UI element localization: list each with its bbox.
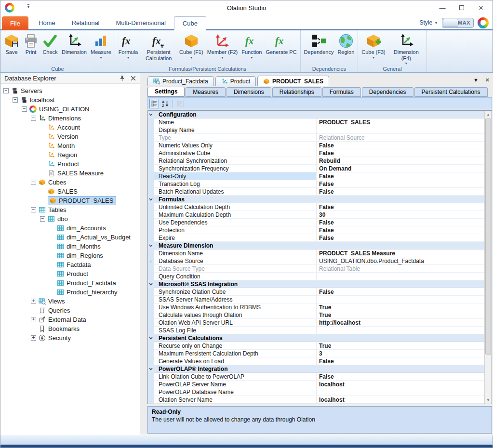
collapse-chevron-icon[interactable] [148, 242, 154, 250]
property-row-powerolap-database-name[interactable]: PowerOLAP Database Name [148, 388, 484, 396]
tree-item-dimensions[interactable]: − Dimensions [0, 114, 140, 123]
property-row-powerolap-server-name[interactable]: PowerOLAP Server Namelocalhost [148, 381, 484, 388]
ribbon-measure-button[interactable]: Measure▼ [89, 32, 113, 60]
property-row-batch-relational-updates[interactable]: Batch Relational UpdatesFalse [148, 188, 484, 196]
tree-item-product-factdata[interactable]: Product_Factdata [0, 278, 140, 288]
property-row-synchronization-frequency[interactable]: Synchronization FrequencyOn Demand [148, 165, 484, 172]
tree-item-sales-measure[interactable]: SALES Measure [0, 169, 140, 178]
property-value[interactable]: localhost [317, 396, 484, 404]
tree-item-dbo[interactable]: − dbo [0, 214, 140, 224]
property-name[interactable]: Use Dependencies [154, 219, 317, 226]
tab-relationships[interactable]: Relationships [272, 87, 321, 97]
ribbon-tab-home[interactable]: Home [30, 16, 64, 30]
category-row-measure-dimension[interactable]: Measure Dimension [148, 242, 484, 250]
property-row-transaction-log[interactable]: Transaction LogFalse [148, 180, 484, 188]
property-name[interactable]: PowerOLAP Database Name [154, 388, 317, 396]
property-value[interactable]: False [317, 226, 484, 234]
property-value[interactable]: False [317, 188, 484, 196]
property-value[interactable]: False [317, 172, 484, 180]
property-value[interactable] [317, 296, 484, 303]
property-name[interactable]: Name [154, 119, 317, 126]
property-value[interactable] [317, 388, 484, 396]
property-value[interactable]: Relational Source [317, 134, 484, 142]
property-name[interactable]: Use Windows Authentication to RDBMS [154, 303, 317, 311]
minimize-button[interactable]: — [433, 0, 452, 15]
collapse-icon[interactable]: − [22, 106, 27, 112]
tree-item-bookmarks[interactable]: Bookmarks [0, 324, 140, 333]
property-value[interactable] [317, 327, 484, 334]
ribbon-check-button[interactable]: Check [40, 32, 60, 56]
tab-formulas[interactable]: Formulas [322, 87, 361, 97]
property-value[interactable]: Rebuild [317, 157, 484, 165]
property-name[interactable]: Administrative Cube [154, 149, 317, 157]
collapse-icon[interactable]: − [31, 207, 36, 212]
property-name[interactable]: Query Condition [154, 273, 317, 280]
property-name[interactable]: Relational Synchronization [154, 157, 317, 165]
ribbon-member-f2-button[interactable]: Member (F2)▼ [205, 32, 240, 60]
tree-item-tables[interactable]: − Tables [0, 205, 140, 214]
tree-item-servers[interactable]: − Servers [0, 86, 140, 95]
property-value[interactable]: False [317, 234, 484, 242]
property-name[interactable]: Maximum Persistent Calculation Depth [154, 350, 317, 357]
property-value[interactable]: USING_OLATION.dbo.Product_Factdata [317, 257, 484, 265]
tab-persistent-calculations[interactable]: Persistent Calculations [414, 87, 488, 97]
expand-icon[interactable]: + [31, 317, 36, 322]
alphabetical-button[interactable]: A Z [160, 99, 170, 108]
property-name[interactable]: Dimension Name [154, 250, 317, 257]
property-name[interactable]: Protection [154, 226, 317, 234]
property-value[interactable]: localhost [317, 381, 484, 388]
property-value[interactable] [317, 273, 484, 280]
ribbon-cube-f3-button[interactable]: Cube (F3)▼ [360, 32, 387, 60]
ribbon-dependency-button[interactable]: Dependency [302, 32, 336, 56]
ribbon-tab-cube[interactable]: Cube [174, 16, 206, 30]
property-name[interactable]: Maximum Calculation Depth [154, 211, 317, 219]
collapse-icon[interactable]: − [31, 180, 36, 185]
property-name[interactable]: Numeric Values Only [154, 142, 317, 149]
tree-item-sales[interactable]: SALES [0, 187, 140, 196]
scrollbar-thumb[interactable] [485, 119, 491, 355]
property-row-name[interactable]: NamePRODUCT_SALES [148, 119, 484, 126]
expand-icon[interactable]: + [31, 299, 36, 304]
style-dropdown[interactable]: Style ▼ [419, 19, 438, 26]
property-row-olation-server-name[interactable]: Olation Server Namelocalhost [148, 396, 484, 404]
tree-item-external-data[interactable]: + External Data [0, 315, 140, 324]
property-name[interactable]: PowerOLAP Server Name [154, 381, 317, 388]
tree-item-region[interactable]: Region [0, 150, 140, 159]
property-row-data-source-type[interactable]: Data Source TypeRelational Table [148, 265, 484, 273]
property-row-query-condition[interactable]: Query Condition [148, 273, 484, 280]
collapse-icon[interactable]: − [31, 116, 36, 121]
tab-dimensions[interactable]: Dimensions [227, 87, 271, 97]
property-value[interactable]: False [317, 180, 484, 188]
maximize-button[interactable] [452, 0, 471, 15]
max-toggle[interactable]: MAX [442, 18, 474, 28]
property-name[interactable]: Data Source Type [154, 265, 317, 273]
ribbon-formula-button[interactable]: fxFormula▼ [117, 32, 140, 60]
property-row-dimension-name[interactable]: Dimension NamePRODUCT_SALES Measure [148, 250, 484, 257]
collapse-icon[interactable]: − [40, 216, 45, 222]
property-row-maximum-calculation-depth[interactable]: Maximum Calculation Depth30 [148, 211, 484, 219]
tree-item-version[interactable]: Version [0, 132, 140, 141]
tab-measures[interactable]: Measures [186, 87, 226, 97]
tree-item-account[interactable]: Account [0, 123, 140, 132]
property-value[interactable]: False [317, 373, 484, 381]
property-row-protection[interactable]: ProtectionFalse [148, 226, 484, 234]
property-value[interactable]: 3 [317, 350, 484, 357]
collapse-icon[interactable]: − [3, 88, 9, 93]
ribbon-save-button[interactable]: Save [2, 32, 21, 56]
property-row-administrative-cube[interactable]: Administrative CubeFalse [148, 149, 484, 157]
property-name[interactable]: Link Olation Cube to PowerOLAP [154, 373, 317, 381]
collapse-chevron-icon[interactable] [148, 196, 154, 203]
property-name[interactable]: Batch Relational Updates [154, 188, 317, 196]
property-name[interactable]: Olation Server Name [154, 396, 317, 404]
property-name[interactable]: Transaction Log [154, 180, 317, 188]
property-name[interactable]: SSAS Log File [154, 327, 317, 334]
property-value[interactable]: PRODUCT_SALES [317, 119, 484, 126]
property-value[interactable]: http://localhost [317, 319, 484, 327]
property-row-olation-web-api-server-url[interactable]: Olation Web API Server URLhttp://localho… [148, 319, 484, 327]
property-name[interactable]: Type [154, 134, 317, 142]
tree-item-localhost[interactable]: − localhost [0, 95, 140, 105]
tree-item-product[interactable]: Product [0, 159, 140, 169]
vertical-scrollbar[interactable]: ▲ ▼ [484, 111, 492, 404]
property-row-ssas-server-name-address[interactable]: SSAS Server Name/Address [148, 296, 484, 303]
doc-close-icon[interactable]: ✕ [485, 77, 490, 83]
